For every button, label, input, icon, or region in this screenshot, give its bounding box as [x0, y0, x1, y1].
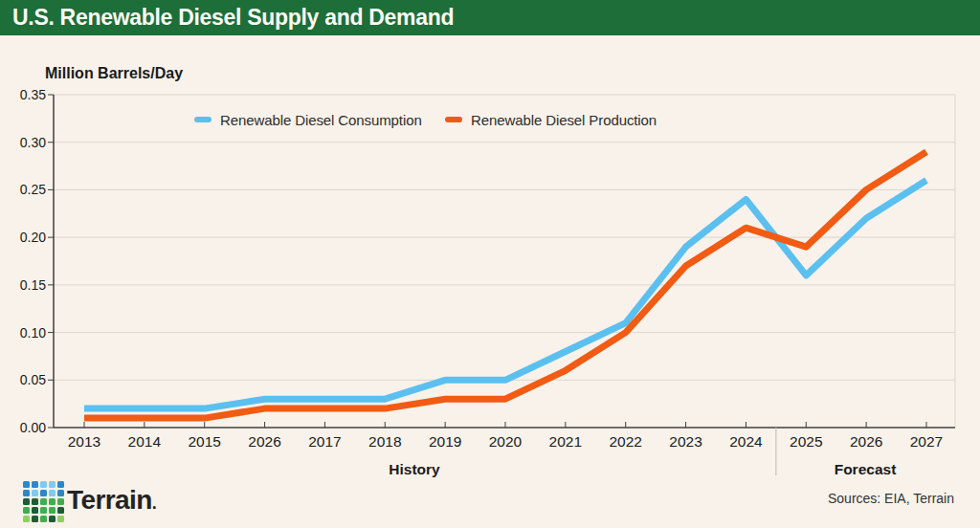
logo-pixel — [40, 507, 47, 514]
x-tick-label: 2013 — [54, 433, 115, 451]
x-tick-label: 2026 — [835, 433, 897, 451]
x-tick-label: 2026 — [234, 433, 296, 451]
logo-pixel — [40, 498, 47, 505]
logo-pixel — [57, 490, 64, 496]
logo-pixel — [32, 490, 38, 496]
logo-pixel — [57, 481, 64, 488]
logo-pixel — [49, 490, 56, 496]
logo-pixel — [49, 516, 56, 522]
terrain-wordmark: Terrain. — [67, 481, 156, 522]
x-tick-label: 2021 — [535, 433, 596, 451]
wordmark-period: . — [152, 494, 156, 513]
logo-pixel — [32, 516, 38, 522]
production-swatch-icon — [445, 117, 462, 122]
logo-pixel — [40, 516, 47, 522]
y-tick-label: 0.20 — [8, 230, 46, 245]
y-tick-label: 0.00 — [8, 420, 46, 435]
legend-label-consumption: Renewable Diesel Consumption — [220, 112, 422, 128]
y-tick-label: 0.15 — [8, 277, 46, 293]
x-tick-label: 2015 — [174, 433, 235, 451]
x-tick-label: 2018 — [354, 433, 415, 451]
y-tick-label: 0.05 — [8, 372, 46, 387]
wordmark-text: Terrain — [67, 485, 152, 515]
x-tick-label: 2027 — [896, 433, 957, 451]
logo-pixel — [23, 490, 30, 496]
forecast-section-label: Forecast — [798, 461, 932, 478]
logo-pixel — [23, 498, 30, 505]
x-tick-label: 2017 — [294, 433, 355, 451]
y-tick-label: 0.10 — [8, 325, 46, 341]
x-tick-label: 2024 — [715, 433, 776, 451]
logo-pixel — [32, 507, 38, 514]
legend-item-consumption: Renewable Diesel Consumption — [194, 109, 422, 130]
y-tick-label: 0.35 — [8, 87, 46, 102]
logo-pixel — [57, 498, 64, 505]
page: { "header": { "title": "U.S. Renewable D… — [0, 0, 980, 528]
logo-pixel — [32, 498, 38, 505]
x-tick-label: 2014 — [114, 433, 175, 451]
terrain-logo-icon — [23, 481, 64, 522]
history-section-label: History — [347, 461, 481, 478]
series-line-consumption — [84, 181, 926, 409]
legend-label-production: Renewable Diesel Production — [471, 112, 657, 128]
y-tick-label: 0.30 — [8, 135, 46, 150]
x-tick-label: 2022 — [595, 433, 657, 451]
logo-pixel — [23, 507, 30, 514]
x-tick-label: 2019 — [414, 433, 476, 451]
y-tick-label: 0.25 — [8, 182, 46, 197]
logo-pixel — [23, 516, 30, 522]
logo-pixel — [49, 507, 56, 514]
sources-text: Sources: EIA, Terrain — [660, 491, 954, 506]
consumption-swatch-icon — [194, 117, 212, 122]
logo-pixel — [57, 507, 64, 514]
legend-item-production: Renewable Diesel Production — [445, 109, 657, 130]
logo-pixel — [40, 490, 47, 496]
logo-pixel — [40, 481, 47, 488]
x-tick-label: 2020 — [475, 433, 536, 451]
x-tick-label: 2023 — [656, 433, 717, 451]
x-tick-label: 2025 — [775, 433, 836, 451]
logo-pixel — [23, 481, 30, 488]
logo-pixel — [32, 481, 38, 488]
logo-pixel — [57, 516, 64, 522]
logo-pixel — [49, 481, 56, 488]
logo-pixel — [49, 498, 56, 505]
